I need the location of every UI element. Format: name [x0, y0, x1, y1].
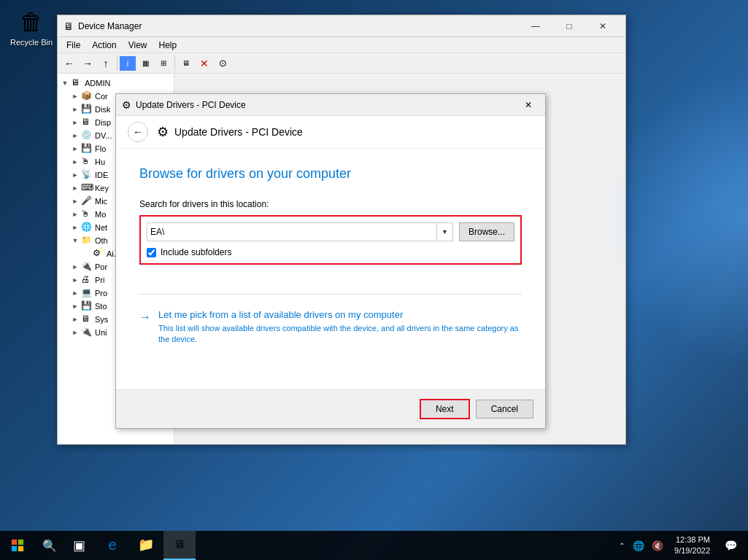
notification-icon: 💬: [725, 540, 737, 551]
forward-button[interactable]: →: [79, 55, 96, 72]
up-button[interactable]: ↑: [97, 55, 115, 72]
dialog-heading: Browse for drivers on your computer: [139, 166, 522, 182]
taskbar-clock[interactable]: 12:38 PM 9/19/2022: [668, 534, 716, 557]
cancel-button[interactable]: Cancel: [476, 400, 533, 419]
tree-root[interactable]: ▼ 🖥 ADMIN: [58, 77, 174, 90]
svg-rect-1: [18, 540, 23, 545]
desktop: 🗑 Recycle Bin 🖥 Device Manager — □ ✕ Fil…: [0, 0, 748, 560]
task-view-icon: ▣: [73, 537, 85, 553]
task-view-button[interactable]: ▣: [64, 531, 93, 560]
device-manager-app[interactable]: 🖥: [163, 531, 196, 560]
pick-list-content: Let me pick from a list of available dri…: [158, 309, 522, 346]
dialog-close-button[interactable]: ✕: [517, 95, 539, 115]
search-button[interactable]: 🔍: [35, 531, 64, 560]
expand-root[interactable]: ▼: [59, 77, 71, 89]
minimize-button[interactable]: —: [519, 15, 552, 37]
download-button[interactable]: ⊙: [214, 55, 231, 72]
dialog-back-button[interactable]: ←: [128, 122, 148, 142]
dialog-nav-icon: ⚙: [157, 124, 169, 140]
dialog-nav: ← ⚙ Update Drivers - PCI Device: [116, 116, 545, 149]
close-button[interactable]: ✕: [586, 15, 620, 37]
maximize-button[interactable]: □: [552, 15, 586, 37]
pick-list-title[interactable]: Let me pick from a list of available dri…: [158, 309, 522, 320]
network-icon[interactable]: 🌐: [631, 540, 647, 551]
location-input-wrapper[interactable]: ▼: [147, 222, 453, 241]
include-subfolders-checkbox[interactable]: [147, 248, 156, 257]
include-subfolders-row: Include subfolders: [147, 247, 514, 257]
tray-icons: 🌐 🔇: [631, 540, 666, 551]
taskbar-time-display: 12:38 PM: [674, 534, 710, 545]
dialog-title-icon: ⚙: [122, 99, 131, 111]
volume-icon[interactable]: 🔇: [649, 540, 666, 551]
device-manager-taskbar-icon: 🖥: [174, 538, 185, 551]
taskbar-tray: ⌃ 🌐 🔇 12:38 PM 9/19/2022 💬: [616, 531, 748, 560]
include-subfolders-label[interactable]: Include subfolders: [161, 247, 231, 257]
dialog-titlebar: ⚙ Update Drivers - PCI Device ✕: [116, 94, 545, 116]
edge-icon: e: [108, 537, 116, 553]
arrow-icon: →: [139, 311, 151, 324]
window-titlebar: 🖥 Device Manager — □ ✕: [58, 15, 625, 37]
dialog-nav-title: Update Drivers - PCI Device: [174, 126, 303, 138]
dialog-title-text: Update Drivers - PCI Device: [136, 100, 517, 110]
taskbar-date-display: 9/19/2022: [674, 545, 710, 556]
resources-button[interactable]: ⊞: [155, 55, 172, 72]
browse-button[interactable]: Browse...: [459, 222, 514, 241]
details-button[interactable]: ▦: [136, 55, 154, 72]
dialog-footer: Next Cancel: [116, 389, 545, 428]
svg-rect-3: [18, 546, 23, 551]
menu-help[interactable]: Help: [153, 37, 183, 53]
taskbar-apps: e 📁 🖥: [96, 531, 196, 560]
toolbar: ← → ↑ i ▦ ⊞ 🖥 ✕ ⊙: [58, 53, 625, 74]
location-dropdown-button[interactable]: ▼: [436, 223, 452, 241]
file-explorer-app[interactable]: 📁: [130, 531, 162, 560]
svg-rect-0: [12, 540, 17, 545]
search-location-row: ▼ Browse...: [147, 222, 514, 241]
search-icon: 🔍: [42, 539, 57, 553]
scan-button[interactable]: 🖥: [177, 55, 195, 72]
toolbar-separator-1: [117, 56, 117, 71]
window-controls: — □ ✕: [519, 15, 620, 37]
pick-list-description: This list will show available drivers co…: [158, 323, 522, 346]
device-manager-title-icon: 🖥: [63, 20, 74, 32]
window-title: Device Manager: [78, 21, 519, 31]
file-explorer-icon: 📁: [138, 537, 154, 553]
pick-list-link[interactable]: → Let me pick from a list of available d…: [139, 309, 522, 346]
search-area-highlight: ▼ Browse... Include subfolders: [139, 215, 522, 265]
windows-logo-icon: [11, 539, 24, 552]
uninstall-button[interactable]: ✕: [196, 55, 213, 72]
back-button[interactable]: ←: [61, 55, 78, 72]
recycle-bin-label: Recycle Bin: [10, 38, 53, 47]
dialog-body: Browse for drivers on your computer Sear…: [116, 149, 545, 389]
tree-root-label: ADMIN: [85, 79, 110, 88]
menu-file[interactable]: File: [61, 37, 86, 53]
taskbar: 🔍 ▣ e 📁 🖥 ⌃ 🌐 🔇 12:38: [0, 531, 748, 560]
divider: [139, 294, 522, 295]
start-button[interactable]: [0, 531, 35, 560]
edge-app[interactable]: e: [96, 531, 128, 560]
svg-rect-2: [12, 546, 17, 551]
next-button[interactable]: Next: [420, 399, 470, 419]
menu-bar: File Action View Help: [58, 37, 625, 53]
menu-action[interactable]: Action: [86, 37, 122, 53]
update-drivers-dialog: ⚙ Update Drivers - PCI Device ✕ ← ⚙ Upda…: [115, 93, 546, 429]
notification-button[interactable]: 💬: [719, 531, 742, 560]
properties-button[interactable]: i: [120, 56, 136, 71]
computer-icon: 🖥: [71, 77, 82, 89]
search-label: Search for drivers in this location:: [139, 199, 522, 209]
toolbar-separator-2: [174, 56, 175, 71]
location-input[interactable]: [147, 223, 436, 241]
menu-view[interactable]: View: [123, 37, 153, 53]
tray-chevron-button[interactable]: ⌃: [616, 540, 628, 551]
recycle-bin-icon[interactable]: 🗑 Recycle Bin: [6, 7, 57, 47]
